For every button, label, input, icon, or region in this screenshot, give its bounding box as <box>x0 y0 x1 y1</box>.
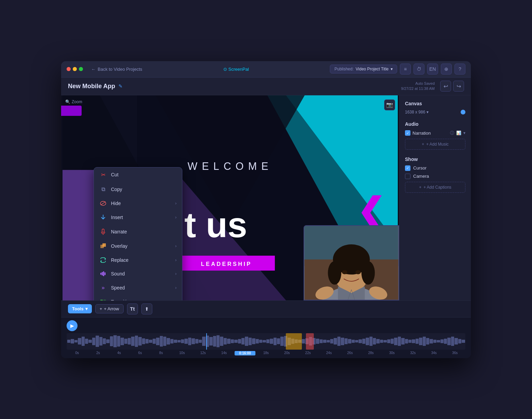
canvas-color-indicator <box>461 110 465 114</box>
subheader: New Mobile App ✎ Auto Saved 9/27/22 at 1… <box>61 78 471 95</box>
menu-item-speed[interactable]: » Speed › <box>94 281 182 295</box>
waveform-bar <box>241 338 244 345</box>
waveform-bar <box>330 339 333 343</box>
show-title: Show <box>405 157 465 162</box>
ruler-mark-24s: 24s <box>319 351 339 355</box>
waveform-bar <box>337 337 340 346</box>
add-captions-button[interactable]: + + Add Captions <box>405 182 465 193</box>
add-captions-label: + Add Captions <box>423 185 451 190</box>
close-button[interactable] <box>67 67 71 71</box>
menu-item-sound[interactable]: Sound › <box>94 267 182 281</box>
cursor-label: Cursor <box>413 165 426 171</box>
waveform-bar <box>224 338 227 345</box>
insert-submenu-arrow: › <box>175 215 177 220</box>
waveform-bar <box>181 339 184 343</box>
insert-icon <box>99 214 107 220</box>
narration-checkbox[interactable]: ✓ <box>405 130 410 136</box>
waveform-bar <box>124 339 127 344</box>
help-button[interactable]: ? <box>454 64 465 75</box>
add-music-button[interactable]: + + Add Music <box>405 139 465 150</box>
menu-transition-label: Transition <box>111 299 132 300</box>
waveform-bar <box>352 340 355 343</box>
waveform-bar <box>71 339 74 343</box>
waveform-bar <box>160 336 163 347</box>
waveform-bar <box>231 339 234 343</box>
cursor-checkbox[interactable]: ✓ <box>405 165 410 171</box>
back-button[interactable]: ← Back to Video Projects <box>91 67 142 72</box>
timeline-clip-red[interactable] <box>306 333 314 350</box>
webcam-overlay <box>304 225 399 300</box>
waveform-bar <box>440 339 444 343</box>
settings-button[interactable]: ⊕ <box>441 64 452 75</box>
arrow-label: + Arrow <box>104 306 119 311</box>
menu-item-overlay[interactable]: Overlay › <box>94 239 182 253</box>
text-button[interactable]: Tt <box>127 303 138 314</box>
waveform-bar <box>153 339 156 344</box>
waveform-bar <box>74 340 78 342</box>
menu-item-cut[interactable]: ✂ Cut <box>94 167 182 182</box>
menu-item-insert[interactable]: Insert › <box>94 210 182 225</box>
waveform-bar <box>348 339 351 343</box>
menu-cut-label: Cut <box>111 172 118 177</box>
main-window: ← Back to Video Projects ⊙ ScreenPal Pub… <box>61 61 471 358</box>
minimize-button[interactable] <box>73 67 77 71</box>
waveform-bar <box>369 337 373 346</box>
waveform-bar <box>135 336 138 347</box>
canvas-size-text: 1638 x 986 <box>405 110 425 114</box>
ruler-mark-36s: 36s <box>444 351 465 355</box>
waveform-bar <box>249 338 252 345</box>
edit-title-button[interactable]: ✎ <box>118 83 123 89</box>
narration-info-icon[interactable]: ⓘ <box>450 130 454 136</box>
timeline-track[interactable]: // Generate waveform bars dynamically (f… <box>67 333 465 350</box>
waveform-bar <box>106 339 109 343</box>
titlebar-right: Published: Video Project Title ▾ ≡ ⏱ EN … <box>330 64 465 75</box>
svg-rect-23 <box>103 300 106 300</box>
narration-expand-icon[interactable]: ▾ <box>463 131 465 135</box>
layers-button[interactable]: ≡ <box>400 64 411 75</box>
waveform-bar <box>405 339 408 343</box>
svg-text:WELCOME: WELCOME <box>187 160 272 172</box>
timeline-playhead[interactable] <box>206 333 207 350</box>
speed-submenu-arrow: › <box>175 285 177 290</box>
waveform-bar <box>280 337 283 346</box>
language-button[interactable]: EN <box>427 64 438 75</box>
menu-item-narrate[interactable]: Narrate <box>94 225 182 239</box>
menu-item-replace[interactable]: Replace › <box>94 253 182 267</box>
waveform-bar <box>398 337 401 346</box>
waveform-bar <box>252 338 255 344</box>
arrow-button[interactable]: + + Arrow <box>95 304 124 313</box>
menu-item-copy[interactable]: ⧉ Copy <box>94 182 182 197</box>
waveform-bar <box>195 339 198 343</box>
svg-rect-21 <box>104 272 106 275</box>
narration-waveform-icon[interactable]: 📊 <box>456 131 461 135</box>
undo-button[interactable]: ↩ <box>440 81 451 92</box>
history-button[interactable]: ⏱ <box>414 64 424 75</box>
tools-button[interactable]: Tools ▾ <box>68 304 92 313</box>
timeline-clip-yellow[interactable] <box>286 333 302 350</box>
tools-label: Tools <box>72 306 84 311</box>
canvas-size-value[interactable]: 1638 x 986 ▾ <box>405 110 429 114</box>
menu-item-hide[interactable]: Hide › <box>94 197 182 210</box>
add-music-plus-icon: + <box>422 142 424 147</box>
play-button[interactable]: ▶ <box>67 320 78 331</box>
waveform-bar <box>92 338 95 345</box>
transition-icon <box>99 299 107 300</box>
fullscreen-button[interactable] <box>79 67 83 71</box>
timeline-ruler: 0s 2s 4s 6s 8s 10s 12s 14s 0:16:00 18s 2… <box>61 350 471 355</box>
waveform-bar <box>256 339 259 343</box>
screenshot-button[interactable]: 📷 <box>384 99 395 110</box>
waveform-bar <box>263 340 266 342</box>
waveform-bar <box>259 340 262 343</box>
publish-button[interactable]: Published: Video Project Title ▾ <box>330 65 397 73</box>
camera-checkbox[interactable] <box>405 174 410 179</box>
replace-submenu-arrow: › <box>175 258 177 262</box>
menu-item-transition[interactable]: Transition <box>94 295 182 300</box>
waveform-bar <box>202 337 205 346</box>
autosaved-indicator: Auto Saved 9/27/22 at 11:38 AM <box>401 81 435 92</box>
overlay-submenu-arrow: › <box>175 244 177 248</box>
waveform-bar <box>188 338 191 345</box>
cursor-tool-button[interactable]: ⬆ <box>141 303 152 314</box>
waveform-bar <box>447 338 450 345</box>
redo-button[interactable]: ↪ <box>453 81 464 92</box>
waveform-bar <box>437 340 440 342</box>
